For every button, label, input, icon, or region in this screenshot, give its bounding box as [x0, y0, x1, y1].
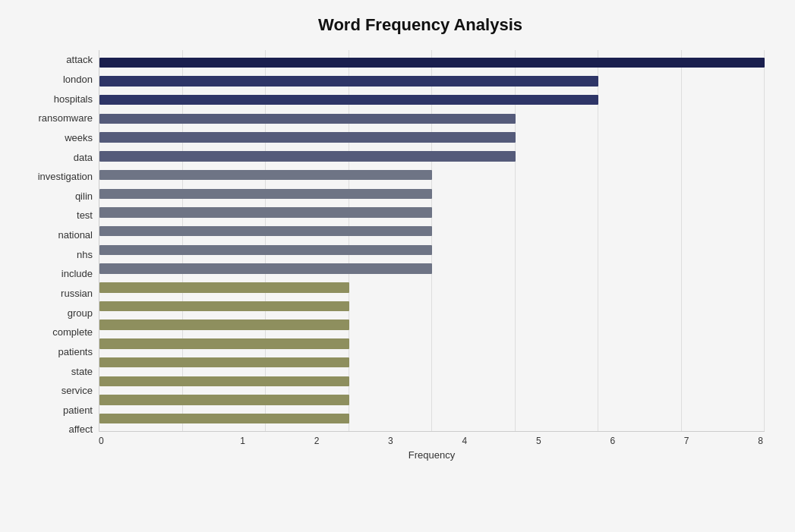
- bar-row: [99, 241, 765, 260]
- bar-row: [99, 165, 765, 184]
- bar: [99, 357, 349, 367]
- bar: [99, 151, 516, 161]
- y-label: include: [15, 269, 93, 279]
- bar: [99, 189, 432, 199]
- bar-row: [99, 53, 765, 72]
- x-tick: 4: [395, 436, 468, 446]
- y-axis-labels: attacklondonhospitalsransomwareweeksdata…: [15, 50, 99, 461]
- bar: [99, 95, 598, 105]
- y-label: weeks: [15, 133, 93, 143]
- bar-row: [99, 297, 765, 316]
- chart-title: Word Frequency Analysis: [15, 15, 765, 35]
- y-label: state: [15, 367, 93, 376]
- bar: [99, 170, 432, 180]
- x-tick: 1: [172, 436, 246, 446]
- x-axis-label: Frequency: [409, 449, 455, 461]
- x-tick: 5: [468, 436, 542, 446]
- bar-row: [99, 109, 765, 128]
- bar-row: [99, 391, 765, 410]
- bar: [99, 132, 516, 142]
- bar-row: [99, 316, 765, 335]
- x-axis: 012345678 Frequency: [99, 432, 765, 461]
- bar-row: [99, 278, 765, 297]
- bar: [99, 263, 432, 273]
- y-label: test: [15, 210, 93, 220]
- y-label: ransomware: [15, 113, 93, 123]
- y-label: group: [15, 308, 93, 318]
- x-tick: 7: [617, 436, 690, 446]
- bar-row: [99, 184, 765, 203]
- x-tick: 8: [691, 436, 765, 446]
- bar: [99, 207, 432, 217]
- bar-row: [99, 72, 765, 91]
- bar-row: [99, 147, 765, 166]
- y-label: qilin: [15, 191, 93, 201]
- bar-row: [99, 222, 765, 241]
- bar: [99, 338, 349, 348]
- bar-row: [99, 335, 765, 354]
- bar: [99, 414, 349, 423]
- bar-row: [99, 203, 765, 222]
- bar-row: [99, 128, 765, 147]
- x-tick: 3: [320, 436, 394, 446]
- y-label: investigation: [15, 172, 93, 181]
- y-label: national: [15, 230, 93, 240]
- bar: [99, 58, 765, 68]
- bar: [99, 245, 432, 255]
- y-label: service: [15, 386, 93, 395]
- bars-wrapper: [99, 50, 765, 432]
- bar-row: [99, 409, 765, 428]
- chart-container: Word Frequency Analysis attacklondonhosp…: [0, 0, 795, 532]
- bar: [99, 395, 349, 405]
- bars-inner: [99, 50, 765, 431]
- y-label: attack: [15, 55, 93, 65]
- y-label: patient: [15, 405, 93, 415]
- x-tick: 2: [247, 436, 320, 446]
- bar: [99, 301, 349, 311]
- y-label: patients: [15, 347, 93, 357]
- bar-row: [99, 353, 765, 372]
- y-label: hospitals: [15, 94, 93, 104]
- bar: [99, 76, 598, 86]
- bar-row: [99, 90, 765, 109]
- x-tick: 0: [99, 436, 172, 446]
- y-label: russian: [15, 288, 93, 298]
- y-label: complete: [15, 327, 93, 337]
- chart-area: attacklondonhospitalsransomwareweeksdata…: [15, 50, 765, 461]
- bar: [99, 320, 349, 329]
- y-label: data: [15, 153, 93, 162]
- y-label: nhs: [15, 250, 93, 260]
- bar-row: [99, 372, 765, 391]
- x-ticks: 012345678: [99, 432, 765, 446]
- bar: [99, 114, 516, 124]
- bar: [99, 226, 432, 236]
- bar: [99, 282, 349, 292]
- y-label: affect: [15, 424, 93, 434]
- bar-row: [99, 260, 765, 279]
- y-label: london: [15, 74, 93, 84]
- bar: [99, 376, 349, 386]
- bars-and-x: 012345678 Frequency: [99, 50, 765, 461]
- x-tick: 6: [543, 436, 617, 446]
